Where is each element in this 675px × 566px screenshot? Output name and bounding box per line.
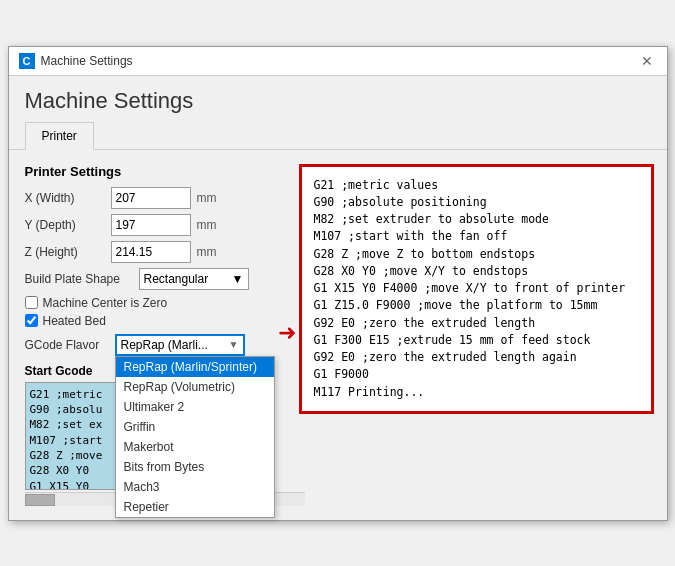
content-area: Printer Settings X (Width) mm Y (Depth) … <box>9 150 667 520</box>
gcode-flavor-menu: RepRap (Marlin/Sprinter) RepRap (Volumet… <box>115 356 275 518</box>
gcode-option-1[interactable]: RepRap (Volumetric) <box>116 377 274 397</box>
dropdown-arrow-icon: ▼ <box>229 339 239 350</box>
gcode-option-7[interactable]: Repetier <box>116 497 274 517</box>
z-height-label: Z (Height) <box>25 245 105 259</box>
heated-bed-checkbox[interactable] <box>25 314 38 327</box>
build-plate-row: Build Plate Shape Rectangular ▼ <box>25 268 305 290</box>
tab-printer[interactable]: Printer <box>25 122 94 150</box>
gcode-option-2[interactable]: Ultimaker 2 <box>116 397 274 417</box>
machine-settings-window: C Machine Settings ✕ Machine Settings Pr… <box>8 46 668 521</box>
gcode-overlay-line-8: G92 E0 ;zero the extruded length <box>314 315 639 332</box>
gcode-option-5[interactable]: Bits from Bytes <box>116 457 274 477</box>
machine-center-label: Machine Center is Zero <box>43 296 168 310</box>
gcode-overlay-line-6: G1 X15 Y0 F4000 ;move X/Y to front of pr… <box>314 280 639 297</box>
gcode-option-6[interactable]: Mach3 <box>116 477 274 497</box>
gcode-overlay-line-7: G1 Z15.0 F9000 ;move the platform to 15m… <box>314 297 639 314</box>
gcode-overlay-line-3: M107 ;start with the fan off <box>314 228 639 245</box>
field-row-y: Y (Depth) mm <box>25 214 305 236</box>
build-plate-label: Build Plate Shape <box>25 272 133 286</box>
gcode-flavor-label: GCode Flavor <box>25 338 109 352</box>
x-width-label: X (Width) <box>25 191 105 205</box>
gcode-overlay-line-4: G28 Z ;move Z to bottom endstops <box>314 246 639 263</box>
build-plate-arrow: ▼ <box>232 272 244 286</box>
titlebar-title: Machine Settings <box>41 54 133 68</box>
z-height-unit: mm <box>197 245 217 259</box>
z-height-input[interactable] <box>111 241 191 263</box>
gcode-overlay: G21 ;metric values G90 ;absolute positio… <box>299 164 654 414</box>
gcode-overlay-line-12: M117 Printing... <box>314 384 639 401</box>
titlebar-left: C Machine Settings <box>19 53 133 69</box>
gcode-overlay-line-9: G1 F300 E15 ;extrude 15 mm of feed stock <box>314 332 639 349</box>
x-width-unit: mm <box>197 191 217 205</box>
gcode-overlay-line-0: G21 ;metric values <box>314 177 639 194</box>
heated-bed-label: Heated Bed <box>43 314 106 328</box>
titlebar: C Machine Settings ✕ <box>9 47 667 76</box>
build-plate-select[interactable]: Rectangular ▼ <box>139 268 249 290</box>
y-depth-unit: mm <box>197 218 217 232</box>
gcode-flavor-row: GCode Flavor RepRap (Marli... ▼ RepRap (… <box>25 334 305 356</box>
printer-settings-title: Printer Settings <box>25 164 305 179</box>
machine-center-row: Machine Center is Zero <box>25 296 305 310</box>
left-panel: Printer Settings X (Width) mm Y (Depth) … <box>25 164 305 506</box>
gcode-option-0[interactable]: RepRap (Marlin/Sprinter) <box>116 357 274 377</box>
tab-bar: Printer <box>9 122 667 150</box>
gcode-overlay-line-1: G90 ;absolute positioning <box>314 194 639 211</box>
arrow-icon: ➜ <box>278 320 296 346</box>
scrollbar-thumb <box>25 494 55 506</box>
gcode-overlay-line-5: G28 X0 Y0 ;move X/Y to endstops <box>314 263 639 280</box>
y-depth-label: Y (Depth) <box>25 218 105 232</box>
field-row-x: X (Width) mm <box>25 187 305 209</box>
gcode-overlay-line-2: M82 ;set extruder to absolute mode <box>314 211 639 228</box>
gcode-flavor-dropdown[interactable]: RepRap (Marli... ▼ RepRap (Marlin/Sprint… <box>115 334 245 356</box>
app-icon: C <box>19 53 35 69</box>
build-plate-value: Rectangular <box>144 272 209 286</box>
gcode-overlay-line-11: G1 F9000 <box>314 366 639 383</box>
gcode-overlay-line-10: G92 E0 ;zero the extruded length again <box>314 349 639 366</box>
y-depth-input[interactable] <box>111 214 191 236</box>
gcode-option-3[interactable]: Griffin <box>116 417 274 437</box>
gcode-flavor-value: RepRap (Marli... <box>121 338 208 352</box>
page-title: Machine Settings <box>9 76 667 122</box>
machine-center-checkbox[interactable] <box>25 296 38 309</box>
gcode-option-4[interactable]: Makerbot <box>116 437 274 457</box>
gcode-flavor-selected[interactable]: RepRap (Marli... ▼ <box>115 334 245 356</box>
heated-bed-row: Heated Bed <box>25 314 305 328</box>
field-row-z: Z (Height) mm <box>25 241 305 263</box>
x-width-input[interactable] <box>111 187 191 209</box>
close-button[interactable]: ✕ <box>637 54 657 68</box>
